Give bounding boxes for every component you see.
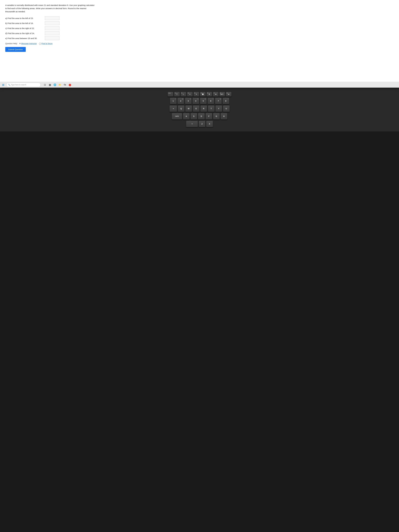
part-c-row: c) Find the area to the right of 22.	[5, 26, 394, 30]
keyboard-row-symbols: ! 1 @ 2 # 3 $ 4 % 5 ^ 6	[170, 98, 229, 105]
key-f8[interactable]: f8 ▶⏸	[219, 92, 225, 97]
key-f[interactable]: F	[205, 113, 212, 120]
taskbar-search-icon: 🔍	[8, 84, 10, 86]
key-f9[interactable]: f9 ⏭	[226, 92, 232, 97]
keyboard-row-number: ESC f1 ? f2 @ f3 ✱ f4 ✱ f5 ⬜	[168, 92, 232, 97]
part-c-label: c) Find the area to the right of 22.	[5, 27, 45, 29]
part-b-row: b) Find the area to the left of 16.	[5, 21, 394, 25]
store-icon[interactable]: 🛍	[63, 83, 67, 87]
key-f7[interactable]: f7 ⏮	[213, 92, 219, 97]
key-3[interactable]: # 3	[185, 98, 192, 105]
key-4[interactable]: $ 4	[192, 98, 199, 105]
part-e-input[interactable]	[45, 36, 59, 40]
part-a-input[interactable]	[45, 16, 59, 20]
key-u[interactable]: U	[223, 105, 230, 112]
keyboard-row-qwerty: ⇥ Q W E R T Y U	[169, 105, 230, 112]
part-d-input[interactable]	[45, 32, 59, 35]
part-d-row: d) Find the area to the right of 24.	[5, 32, 394, 35]
key-shift-left[interactable]: ⇧	[186, 120, 198, 127]
part-c-input[interactable]	[45, 26, 59, 30]
widgets-button[interactable]: ▦	[48, 83, 52, 87]
key-6[interactable]: ^ 6	[207, 98, 214, 105]
laptop-bezel-bottom	[0, 88, 399, 89]
part-a-row: a) Find the area to the left of 23.	[5, 16, 394, 20]
key-1[interactable]: ! 1	[170, 98, 177, 105]
key-q[interactable]: Q	[178, 105, 185, 112]
post-to-forum-link[interactable]: Post to forum	[42, 43, 52, 44]
part-a-label: a) Find the area to the left of 23.	[5, 17, 45, 19]
part-b-label: b) Find the area to the left of 16.	[5, 22, 45, 24]
key-y[interactable]: Y	[215, 105, 222, 112]
chrome-icon[interactable]: ⬤	[68, 83, 72, 87]
taskbar-search-box[interactable]: 🔍 Type here to search	[6, 83, 41, 87]
part-e-label: e) Find the area between 16 and 30.	[5, 37, 45, 39]
key-s[interactable]: S	[190, 113, 197, 120]
key-x[interactable]: X	[206, 120, 213, 127]
key-g[interactable]: G	[213, 113, 220, 120]
message-instructor-link[interactable]: Message instructor	[21, 43, 37, 44]
part-b-input[interactable]	[45, 21, 59, 25]
edge-browser-icon[interactable]: 🌐	[53, 83, 57, 87]
message-icon: ✉	[19, 43, 21, 44]
task-view-button[interactable]: ⊡	[43, 83, 47, 87]
key-f1[interactable]: f1 ?	[174, 92, 180, 97]
key-f4[interactable]: f4 ✱	[193, 92, 199, 97]
key-w[interactable]: W	[185, 105, 192, 112]
submit-question-button[interactable]: Submit Question	[5, 47, 26, 52]
key-esc-fn-label: ESC	[169, 93, 171, 94]
part-d-label: d) Find the area to the right of 24.	[5, 32, 45, 34]
key-7[interactable]: & 7	[215, 98, 222, 105]
key-a[interactable]: A	[183, 113, 190, 120]
key-r[interactable]: R	[200, 105, 207, 112]
taskbar-search-placeholder: Type here to search	[11, 84, 26, 86]
windows-start-button[interactable]: ⊞	[1, 83, 5, 87]
file-explorer-icon[interactable]: 📁	[58, 83, 62, 87]
key-f3[interactable]: f3 ✱	[187, 92, 193, 97]
keyboard-area: ESC f1 ? f2 @ f3 ✱ f4 ✱ f5 ⬜	[0, 89, 399, 131]
question-help-prefix: Question Help:	[5, 43, 18, 44]
key-f5[interactable]: f5 ⬜	[200, 92, 206, 97]
key-h[interactable]: H	[221, 113, 227, 120]
question-help-row: Question Help: ✉ Message instructor ◯ Po…	[5, 43, 394, 44]
key-tab[interactable]: ⇥	[169, 105, 177, 112]
keyboard-row-asdf: CAPS A S D F G H	[172, 113, 227, 120]
part-e-row: e) Find the area between 16 and 30.	[5, 36, 394, 40]
question-description: A variable is normally distributed with …	[5, 4, 95, 13]
taskbar: ⊞ 🔍 Type here to search ⊡ ▦ 🌐 📁 🛍 ⬤	[0, 82, 399, 88]
taskbar-system-icons: ⊡ ▦ 🌐 📁 🛍 ⬤	[43, 83, 72, 87]
forum-icon: ◯	[39, 43, 41, 44]
key-2[interactable]: @ 2	[177, 98, 184, 105]
key-f2[interactable]: f2 @	[181, 92, 186, 97]
keyboard-row-zxcv: ⇧ Z X	[186, 120, 213, 127]
key-f6[interactable]: f6 ⏸	[206, 92, 212, 97]
key-z[interactable]: Z	[199, 120, 205, 127]
laptop-screen: A variable is normally distributed with …	[0, 0, 399, 131]
key-esc[interactable]: ESC	[168, 92, 173, 97]
key-e[interactable]: E	[193, 105, 200, 112]
key-8[interactable]: * 8	[222, 98, 229, 105]
key-caps[interactable]: CAPS	[172, 113, 182, 120]
key-5[interactable]: % 5	[200, 98, 207, 105]
question-parts: a) Find the area to the left of 23. b) F…	[5, 16, 394, 40]
key-d[interactable]: D	[198, 113, 205, 120]
windows-icon: ⊞	[2, 83, 4, 86]
key-t[interactable]: T	[208, 105, 215, 112]
